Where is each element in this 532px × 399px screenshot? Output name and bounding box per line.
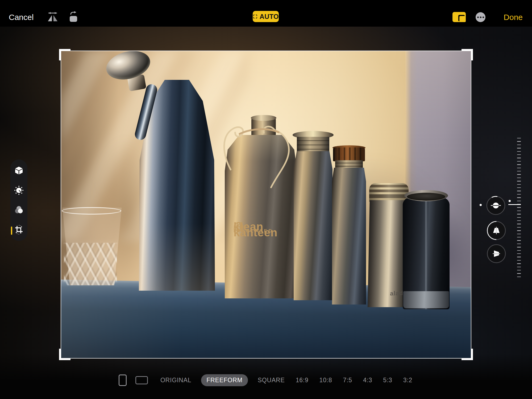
vertical-perspective-dial-button[interactable] [487, 221, 506, 240]
photo-dark-bottle-base [403, 291, 449, 308]
portrait-orientation-button[interactable] [119, 375, 127, 386]
straighten-zero-dot [480, 204, 482, 206]
top-toolbar: Cancel [0, 0, 532, 27]
photo-steel-bottle [294, 151, 332, 300]
crop-handle-top-right[interactable] [462, 49, 473, 60]
photo-thermos-top [369, 183, 409, 202]
sidebar-item-crop[interactable] [14, 224, 24, 235]
photo-dark-bottle-rim-inner [407, 193, 445, 201]
photo-crop-editor: Cancel [0, 0, 532, 399]
sidebar-item-portrait-effects[interactable] [14, 165, 24, 176]
auto-label: AUTO [260, 13, 279, 20]
flip-horizontal-icon [46, 11, 59, 23]
crop-handle-top-left[interactable] [59, 49, 70, 60]
crop-box[interactable]: klean kanteen® INSULATED aladd [61, 51, 471, 359]
photo-brand-text: kanteen [234, 227, 278, 238]
ratio-option-16-9[interactable]: 16:9 [295, 374, 310, 386]
ratio-option-square[interactable]: SQUARE [257, 374, 286, 386]
photo-flask [332, 168, 366, 305]
cancel-button[interactable]: Cancel [9, 13, 34, 22]
ratio-option-4-3[interactable]: 4:3 [362, 374, 373, 386]
dial-ring [487, 221, 506, 240]
sidebar-item-filters[interactable] [14, 205, 24, 215]
done-button[interactable]: Done [504, 13, 523, 22]
ratio-option-10-8[interactable]: 10:8 [318, 374, 333, 386]
landscape-orientation-button[interactable] [135, 376, 148, 384]
auto-crop-icon [253, 13, 258, 20]
rotate-button[interactable] [66, 11, 80, 23]
aspect-ratio-bar: ORIGINAL FREEFORM SQUARE 16:9 10:8 7:5 4… [0, 372, 532, 388]
sidebar-item-adjust[interactable] [14, 185, 24, 196]
photo-glass-facets [64, 243, 117, 285]
photo-kanteen-label: klean kanteen® INSULATED [234, 227, 292, 234]
crop-handle-bottom-left[interactable] [59, 349, 70, 360]
rotate-icon [67, 11, 79, 23]
selected-tool-indicator [11, 227, 12, 235]
ratio-option-5-3[interactable]: 5:3 [382, 374, 393, 386]
crop-rotate-icon [14, 225, 24, 235]
photo-flask-neck [335, 160, 363, 169]
more-options-button[interactable] [476, 12, 485, 22]
ratio-option-freeform[interactable]: FREEFORM [201, 374, 248, 386]
ellipsis-icon [477, 17, 479, 18]
aspect-ratio-button[interactable] [452, 11, 466, 23]
ruler-indicator-dot [509, 200, 511, 202]
dial-ring [486, 196, 505, 215]
horizontal-perspective-dial-button[interactable] [487, 244, 506, 263]
aspect-ratio-icon [452, 12, 466, 22]
photo-brand-mark: ® [234, 227, 237, 231]
ratio-option-3-2[interactable]: 3:2 [402, 374, 413, 386]
straighten-dial-button[interactable] [486, 196, 505, 215]
edit-tools-sidebar [10, 159, 27, 241]
photo-flask-copper-cap [333, 147, 365, 161]
flip-button[interactable] [46, 11, 60, 23]
current-angle-tick [508, 204, 521, 205]
crop-handle-bottom-right[interactable] [462, 349, 473, 360]
cube-icon [14, 166, 23, 175]
photo-glass-rim [62, 207, 121, 215]
dial-icon [14, 186, 24, 195]
photo-scene: klean kanteen® INSULATED aladd [61, 51, 471, 358]
filters-icon [14, 205, 24, 215]
ratio-option-original[interactable]: ORIGINAL [159, 374, 192, 386]
photo-steel-bottle-neck [297, 137, 329, 152]
straighten-angle-ruler[interactable] [517, 138, 521, 279]
photo-kanteen-clamp-wire [214, 114, 306, 205]
horizontal-perspective-icon [492, 249, 501, 258]
ratio-option-7-5[interactable]: 7:5 [342, 374, 353, 386]
auto-enhance-button[interactable]: AUTO [253, 11, 279, 22]
